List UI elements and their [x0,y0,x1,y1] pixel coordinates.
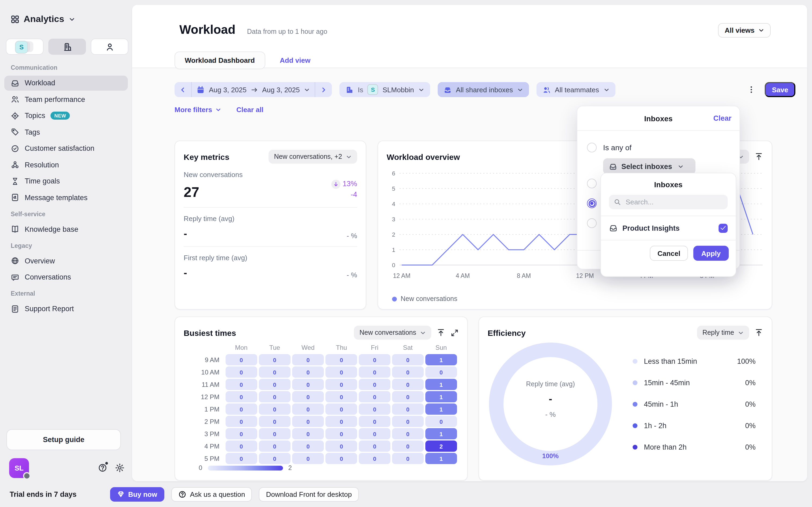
heatmap-cell[interactable]: 0 [392,428,424,439]
radio-icon[interactable] [587,199,597,208]
search-input[interactable] [624,198,723,207]
heatmap-cell[interactable]: 0 [292,354,324,365]
heatmap-cell[interactable]: 0 [292,428,324,439]
heatmap-cell[interactable]: 0 [225,379,257,390]
heatmap-cell[interactable]: 0 [225,453,257,464]
heatmap-cell[interactable]: 0 [392,416,424,427]
heatmap-cell[interactable]: 0 [225,428,257,439]
heatmap-cell[interactable]: 0 [292,416,324,427]
heatmap-cell[interactable]: 0 [359,428,391,439]
more-filters-link[interactable]: More filters [174,106,221,114]
setup-guide-button[interactable]: Setup guide [6,429,121,450]
tab-workload-dashboard[interactable]: Workload Dashboard [174,52,265,69]
heatmap-cell[interactable]: 0 [326,367,357,378]
avatar[interactable]: SL [9,458,29,478]
ask-question-button[interactable]: Ask us a question [171,487,252,501]
inbox-option-product-insights[interactable]: Product Insights [601,216,736,240]
heatmap-cell[interactable]: 0 [359,416,391,427]
heatmap-cell[interactable]: 0 [392,391,424,402]
export-icon[interactable] [755,152,763,161]
teammates-filter[interactable]: All teammates [537,82,615,97]
select-inboxes-button[interactable]: Select inboxes [603,158,696,174]
heatmap-cell[interactable]: 0 [326,416,357,427]
workspace-filter[interactable]: Is S SLMobbin [340,82,430,97]
scope-teammate-button[interactable] [91,39,129,55]
more-options-icon[interactable] [747,85,756,94]
heatmap-cell[interactable]: 0 [259,391,291,402]
heatmap-cell[interactable]: 0 [259,428,291,439]
heatmap-cell[interactable]: 0 [425,416,457,427]
sidebar-item-support-report[interactable]: Support Report [4,301,128,316]
heatmap-cell[interactable]: 1 [425,379,457,390]
heatmap-cell[interactable]: 0 [225,391,257,402]
heatmap-cell[interactable]: 0 [326,453,357,464]
next-day-button[interactable] [315,82,332,97]
sidebar-item-message-templates[interactable]: Message templates [4,190,128,205]
heatmap-cell[interactable]: 0 [326,391,357,402]
radio-option-is-any-of[interactable]: Is any of [587,143,740,152]
sidebar-item-customer-satisfaction[interactable]: Customer satisfaction [4,141,128,156]
heatmap-cell[interactable]: 0 [292,379,324,390]
heatmap-cell[interactable]: 0 [225,354,257,365]
heatmap-cell[interactable]: 0 [292,453,324,464]
heatmap-cell[interactable]: 0 [392,354,424,365]
heatmap-cell[interactable]: 0 [225,441,257,452]
key-metrics-selector[interactable]: New conversations, +2 [268,150,357,164]
sidebar-item-knowledge-base[interactable]: Knowledge base [4,222,128,237]
heatmap-cell[interactable]: 1 [425,391,457,402]
sidebar-item-time-goals[interactable]: Time goals [4,174,128,188]
heatmap-cell[interactable]: 0 [326,354,357,365]
heatmap-cell[interactable]: 1 [425,428,457,439]
heatmap-cell[interactable]: 0 [225,416,257,427]
sidebar-item-overview[interactable]: Overview [4,253,128,268]
sidebar-item-topics[interactable]: TopicsNEW [4,108,128,123]
sidebar-item-tags[interactable]: Tags [4,124,128,139]
busiest-metric-selector[interactable]: New conversations [354,326,431,340]
heatmap-cell[interactable]: 0 [326,403,357,415]
sidebar-item-workload[interactable]: Workload [4,75,128,91]
sidebar-item-conversations[interactable]: Conversations [4,270,128,285]
workspace-switcher[interactable]: Analytics [11,14,75,25]
heatmap-cell[interactable]: 0 [359,403,391,415]
heatmap-cell[interactable]: 0 [225,367,257,378]
heatmap-cell[interactable]: 1 [425,453,457,464]
heatmap-cell[interactable]: 0 [259,367,291,378]
heatmap-cell[interactable]: 0 [292,441,324,452]
popover-clear-link[interactable]: Clear [713,114,731,122]
sidebar-item-resolution[interactable]: Resolution [4,157,128,172]
date-range-button[interactable]: Aug 3, 2025 Aug 3, 2025 [192,82,315,97]
heatmap-cell[interactable]: 0 [359,379,391,390]
heatmap-cell[interactable]: 0 [259,416,291,427]
heatmap-cell[interactable]: 0 [259,354,291,365]
heatmap-cell[interactable]: 0 [326,441,357,452]
expand-icon[interactable] [451,329,459,337]
heatmap-cell[interactable]: 0 [259,403,291,415]
heatmap-cell[interactable]: 0 [392,453,424,464]
scope-workspace-button[interactable]: S [6,39,44,55]
checkbox-checked-icon[interactable] [719,223,728,233]
add-view-link[interactable]: Add view [280,56,310,64]
heatmap-cell[interactable]: 0 [392,379,424,390]
cancel-button[interactable]: Cancel [650,246,688,261]
export-icon[interactable] [437,328,445,337]
clear-all-link[interactable]: Clear all [236,106,263,114]
heatmap-cell[interactable]: 0 [359,391,391,402]
heatmap-cell[interactable]: 0 [292,391,324,402]
scope-company-button[interactable] [48,39,86,55]
heatmap-cell[interactable]: 0 [292,403,324,415]
heatmap-cell[interactable]: 0 [359,453,391,464]
export-icon[interactable] [755,328,763,337]
heatmap-cell[interactable]: 0 [425,367,457,378]
gear-icon[interactable] [115,463,124,473]
radio-icon[interactable] [587,218,597,228]
efficiency-metric-selector[interactable]: Reply time [697,326,749,340]
heatmap-cell[interactable]: 2 [425,441,457,452]
radio-icon[interactable] [587,179,597,188]
heatmap-cell[interactable]: 0 [326,428,357,439]
heatmap-cell[interactable]: 0 [392,367,424,378]
sidebar-item-team-performance[interactable]: Team performance [4,92,128,107]
prev-day-button[interactable] [174,82,191,97]
heatmap-cell[interactable]: 0 [326,379,357,390]
heatmap-cell[interactable]: 0 [259,379,291,390]
heatmap-cell[interactable]: 0 [259,453,291,464]
